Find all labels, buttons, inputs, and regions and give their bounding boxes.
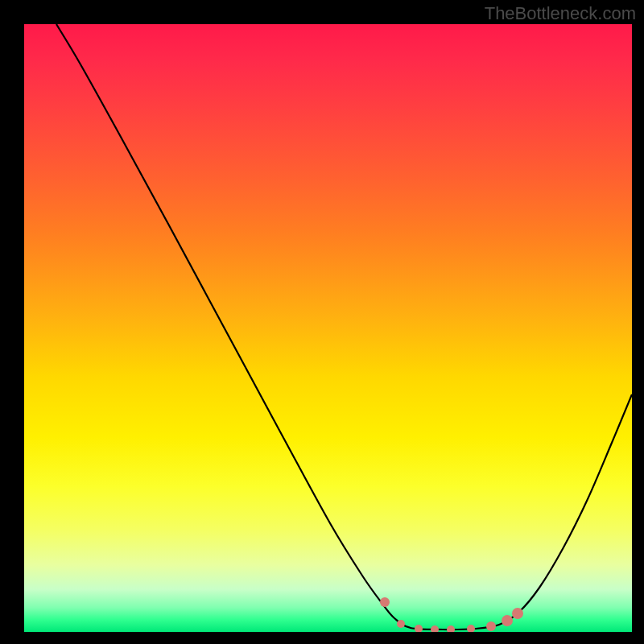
bottleneck-curve xyxy=(56,24,632,630)
curve-marker xyxy=(447,625,455,632)
curve-marker xyxy=(415,625,423,632)
curve-marker xyxy=(380,597,390,607)
curve-marker xyxy=(467,625,475,632)
curve-marker xyxy=(512,608,523,619)
curve-marker xyxy=(397,620,405,628)
curve-marker xyxy=(431,625,439,632)
chart-svg xyxy=(24,24,632,632)
curve-marker xyxy=(502,615,513,626)
plot-area xyxy=(24,24,632,632)
watermark-text: TheBottleneck.com xyxy=(485,3,636,24)
curve-markers xyxy=(380,597,523,632)
curve-marker xyxy=(486,621,496,631)
